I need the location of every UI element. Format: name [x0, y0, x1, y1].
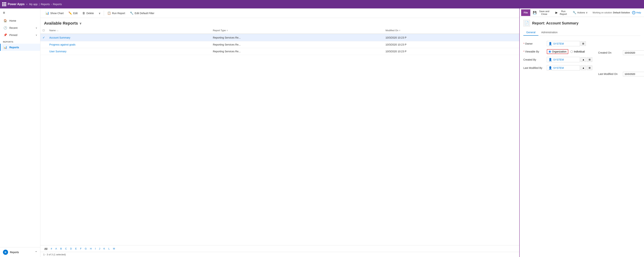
- created-by-lookup[interactable]: 👤 SYSTEM: [547, 57, 580, 62]
- created-by-lookup-button[interactable]: ⊞: [587, 57, 592, 62]
- alpha-item-m[interactable]: M: [112, 247, 116, 250]
- row-name[interactable]: Account Summary: [47, 34, 211, 41]
- alpha-bar: All#ABCDEFGHIJKLM: [40, 245, 519, 252]
- last-modified-on-date-input[interactable]: [623, 72, 644, 76]
- save-close-button[interactable]: 💾 Save and Close: [531, 9, 553, 16]
- owner-lookup-button[interactable]: ⊞: [580, 41, 586, 46]
- radio-organization[interactable]: Organization: [547, 49, 568, 54]
- alpha-item-h[interactable]: H: [89, 247, 93, 250]
- sidebar-bottom-label: Reports: [10, 251, 19, 254]
- sidebar-item-pinned[interactable]: 📌 Pinned ∨: [0, 31, 40, 39]
- created-on-date-input[interactable]: [623, 51, 644, 55]
- alpha-item-b[interactable]: B: [59, 247, 63, 250]
- row-report-type: Reporting Services Re...: [211, 34, 384, 41]
- help-button[interactable]: ? Help: [630, 10, 642, 15]
- delete-button[interactable]: 🗑 Delete: [80, 11, 96, 16]
- report-main-title: Report: Account Summary: [532, 21, 578, 25]
- created-by-user-icon: 👤: [548, 58, 552, 61]
- viewable-by-label: * Viewable By: [523, 50, 545, 53]
- status-text: 1 - 3 of 3 (1 selected): [43, 253, 66, 256]
- sidebar-item-reports[interactable]: 📊 Reports: [0, 44, 40, 51]
- owner-lookup[interactable]: 👤 SYSTEM: [547, 41, 580, 46]
- tab-general[interactable]: General: [523, 29, 538, 36]
- breadcrumb-reports-1[interactable]: Reports: [41, 3, 50, 6]
- breadcrumb: | Reports › Reports: [39, 3, 62, 6]
- viewable-by-radio-group: Organization Individual: [547, 49, 585, 54]
- show-chart-button[interactable]: 📊 Show Chart: [43, 10, 66, 16]
- col-modified-on[interactable]: Modified On ∨: [383, 27, 519, 34]
- row-check[interactable]: [40, 48, 47, 55]
- app-name: Power Apps: [8, 3, 24, 6]
- delete-icon: 🗑: [82, 12, 85, 15]
- alpha-item-e[interactable]: E: [74, 247, 78, 250]
- reports-title: Available Reports ∨: [44, 21, 82, 26]
- dropdown-button[interactable]: ∨: [96, 11, 103, 16]
- table-row[interactable]: Progress against goals Reporting Service…: [40, 41, 519, 48]
- apps-icon[interactable]: [2, 2, 6, 6]
- alpha-item-g[interactable]: G: [84, 247, 88, 250]
- hamburger-icon[interactable]: ≡: [0, 9, 40, 17]
- reports-header: Available Reports ∨: [40, 18, 519, 27]
- reports-table-container: ☐ Name ↑↓ Report Type: [40, 27, 519, 245]
- sidebar-bottom-reports[interactable]: R Reports ⌃: [0, 247, 40, 257]
- table-row[interactable]: ✓ Account Summary Reporting Services Re.…: [40, 34, 519, 41]
- alpha-item-i[interactable]: I: [94, 247, 97, 250]
- table-row[interactable]: User Summary Reporting Services Re... 10…: [40, 48, 519, 55]
- row-check[interactable]: [40, 41, 47, 48]
- alpha-item-d[interactable]: D: [69, 247, 73, 250]
- filter-icon: 🔧: [130, 11, 134, 15]
- edit-default-filter-button[interactable]: 🔧 Edit Default Filter: [128, 10, 156, 16]
- modified-on-sort-icon[interactable]: ∨: [399, 29, 400, 32]
- select-all-checkbox[interactable]: ☐: [42, 29, 45, 32]
- breadcrumb-reports-2[interactable]: Reports: [53, 3, 62, 6]
- edit-button[interactable]: ✏️ Edit: [66, 10, 80, 16]
- save-icon: 💾: [533, 11, 536, 14]
- alpha-item-c[interactable]: C: [64, 247, 68, 250]
- alpha-item-j[interactable]: J: [98, 247, 102, 250]
- sidebar-item-home[interactable]: 🏠 Home: [0, 17, 40, 24]
- reports-title-chevron[interactable]: ∨: [80, 22, 82, 25]
- last-modified-by-lookup-button[interactable]: ⊞: [587, 66, 592, 70]
- col-name[interactable]: Name ↑↓: [47, 27, 211, 34]
- alpha-item-k[interactable]: K: [102, 247, 106, 250]
- tab-administration[interactable]: Administration: [538, 29, 560, 36]
- my-app-label: My app: [29, 3, 38, 6]
- row-check[interactable]: ✓: [40, 34, 47, 41]
- row-name[interactable]: User Summary: [47, 48, 211, 55]
- right-panel-content: 📄 Report: Account Summary General Admini…: [520, 17, 644, 257]
- last-modified-by-spinner-up[interactable]: ▲: [580, 66, 586, 70]
- col-report-type[interactable]: Report Type ∨: [211, 27, 384, 34]
- chevron-down-icon: ∨: [99, 12, 100, 15]
- right-run-report-button[interactable]: ▶ Run Report: [554, 9, 570, 16]
- right-panel: File 💾 Save and Close ▶ Run Report 🔧 Act…: [519, 9, 644, 257]
- working-solution-text: Working on solution: Default Solution: [592, 11, 630, 14]
- row-modified-on: 10/3/2020 10:23 P: [383, 48, 519, 55]
- app-chevron[interactable]: ∨: [26, 3, 28, 6]
- created-by-spinner-up[interactable]: ▲: [580, 57, 586, 62]
- report-name-link[interactable]: Progress against goals: [49, 43, 75, 46]
- col-check: ☐: [40, 27, 47, 34]
- name-sort-icon[interactable]: ↑↓: [56, 29, 58, 32]
- alpha-item-a[interactable]: A: [54, 247, 58, 250]
- alpha-item-f[interactable]: F: [79, 247, 83, 250]
- last-modified-by-label: Last Modified By: [523, 67, 545, 69]
- radio-individual[interactable]: Individual: [570, 50, 584, 53]
- sidebar-item-recent[interactable]: 🕐 Recent ∨: [0, 24, 40, 31]
- report-type-sort-icon[interactable]: ∨: [226, 29, 228, 32]
- report-name-link[interactable]: Account Summary: [49, 36, 70, 39]
- run-report-button[interactable]: 📋 Run Report: [105, 10, 128, 16]
- actions-icon: 🔧: [573, 11, 576, 14]
- sidebar-item-reports-label: Reports: [9, 46, 19, 49]
- alpha-item-l[interactable]: L: [107, 247, 111, 250]
- ribbon-bar: Power Apps ∨ My app | Reports › Reports: [0, 0, 644, 9]
- alpha-item-all[interactable]: All: [43, 247, 48, 250]
- section-reports-title: Reports: [0, 39, 40, 44]
- row-name[interactable]: Progress against goals: [47, 41, 211, 48]
- file-button[interactable]: File: [521, 9, 530, 16]
- owner-label: * Owner: [523, 42, 545, 45]
- report-name-link[interactable]: User Summary: [49, 50, 66, 53]
- alpha-item-#[interactable]: #: [50, 247, 53, 250]
- last-modified-by-lookup[interactable]: 👤 SYSTEM: [547, 65, 580, 71]
- row-report-type: Reporting Services Re...: [211, 41, 384, 48]
- actions-button[interactable]: 🔧 Actions ∨: [571, 10, 590, 15]
